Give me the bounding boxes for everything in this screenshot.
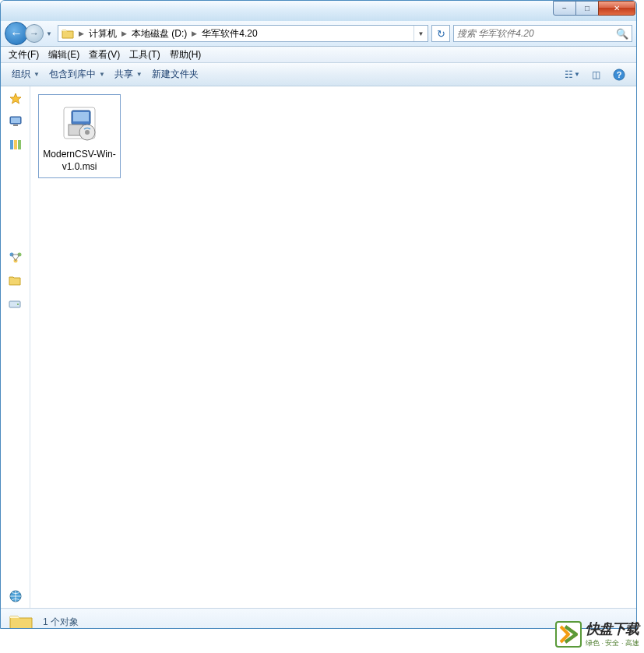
installer-icon	[56, 100, 103, 146]
breadcrumb-computer[interactable]: 计算机	[86, 26, 120, 41]
titlebar: − □ ✕	[1, 1, 636, 21]
svg-rect-19	[73, 112, 89, 121]
menu-file[interactable]: 文件(F)	[4, 47, 44, 63]
address-bar[interactable]: ▶ 计算机 ▶ 本地磁盘 (D:) ▶ 华军软件4.20 ▼	[58, 25, 428, 42]
toolbar: 组织 ▼ 包含到库中 ▼ 共享 ▼ 新建文件夹 ☷▼ ◫ ?	[1, 63, 636, 86]
folder-icon	[60, 26, 76, 41]
share-button[interactable]: 共享 ▼	[110, 65, 147, 84]
chevron-down-icon: ▼	[136, 71, 143, 78]
share-label: 共享	[114, 68, 133, 81]
navbar: ← → ▼ ▶ 计算机 ▶ 本地磁盘 (D:) ▶ 华军软件4.20 ▼ ↻ 🔍	[1, 21, 636, 47]
breadcrumb-separator[interactable]: ▶	[120, 26, 128, 41]
address-dropdown[interactable]: ▼	[413, 26, 428, 41]
file-list-pane[interactable]: ModernCSV-Win-v1.0.msi	[30, 86, 636, 608]
watermark-title: 快盘下载	[586, 620, 639, 638]
minimize-button[interactable]: −	[553, 1, 576, 16]
menu-tools[interactable]: 工具(T)	[125, 47, 164, 63]
organize-label: 组织	[12, 68, 30, 81]
maximize-icon: □	[585, 4, 589, 12]
computer-icon[interactable]	[9, 116, 23, 128]
help-button[interactable]: ?	[608, 66, 630, 83]
view-icon: ☷	[565, 69, 573, 80]
chevron-down-icon: ▼	[33, 71, 40, 78]
close-icon: ✕	[614, 4, 620, 12]
status-bar: 1 个对象	[1, 608, 636, 629]
svg-point-15	[17, 304, 19, 305]
watermark-subtitle: 绿色 · 安全 · 高速	[586, 638, 639, 648]
svg-rect-6	[14, 140, 17, 149]
arrow-right-icon: →	[30, 28, 39, 39]
svg-line-13	[16, 255, 19, 261]
search-icon[interactable]: 🔍	[616, 28, 628, 40]
breadcrumb-drive[interactable]: 本地磁盘 (D:)	[128, 26, 190, 41]
svg-rect-4	[13, 125, 18, 126]
globe-icon[interactable]	[9, 589, 23, 602]
new-folder-button[interactable]: 新建文件夹	[147, 65, 203, 84]
explorer-window: − □ ✕ ← → ▼ ▶ 计算机 ▶ 本地磁盘 (D:) ▶ 华军软件4.20…	[0, 0, 637, 629]
status-count-label: 1 个对象	[43, 616, 79, 629]
navigation-pane	[1, 86, 30, 608]
minimize-icon: −	[562, 4, 567, 12]
help-icon: ?	[613, 68, 625, 81]
maximize-button[interactable]: □	[575, 1, 599, 16]
svg-rect-3	[11, 118, 20, 123]
menu-edit[interactable]: 编辑(E)	[44, 47, 84, 63]
watermark-text: 快盘下载 绿色 · 安全 · 高速	[586, 620, 639, 648]
preview-pane-button[interactable]: ◫	[585, 66, 607, 83]
breadcrumb-separator[interactable]: ▶	[190, 26, 199, 41]
folder-tree-icon[interactable]	[9, 275, 23, 287]
search-box[interactable]: 🔍	[453, 25, 632, 42]
watermark: 快盘下载 绿色 · 安全 · 高速	[554, 620, 639, 648]
menu-help[interactable]: 帮助(H)	[165, 47, 206, 63]
folder-icon	[9, 612, 33, 630]
svg-text:?: ?	[617, 70, 622, 79]
arrow-left-icon: ←	[10, 26, 23, 40]
view-mode-button[interactable]: ☷▼	[561, 66, 583, 83]
svg-rect-7	[18, 140, 21, 149]
menubar: 文件(F) 编辑(E) 查看(V) 工具(T) 帮助(H)	[1, 47, 636, 63]
chevron-down-icon: ▼	[574, 71, 580, 78]
svg-point-22	[85, 130, 90, 135]
file-name-label: ModernCSV-Win-v1.0.msi	[42, 149, 117, 173]
favorites-icon[interactable]	[9, 93, 23, 105]
chevron-down-icon: ▼	[99, 71, 105, 78]
close-button[interactable]: ✕	[598, 1, 635, 16]
watermark-logo-icon	[554, 620, 582, 648]
refresh-icon: ↻	[437, 28, 445, 40]
search-input[interactable]	[457, 28, 616, 39]
include-library-button[interactable]: 包含到库中 ▼	[44, 65, 110, 84]
svg-rect-5	[10, 140, 13, 149]
content-area: ModernCSV-Win-v1.0.msi	[1, 86, 636, 608]
include-label: 包含到库中	[49, 68, 96, 81]
nav-history-dropdown[interactable]: ▼	[44, 26, 55, 41]
menu-view[interactable]: 查看(V)	[84, 47, 125, 63]
breadcrumb-folder[interactable]: 华军软件4.20	[199, 26, 260, 41]
libraries-icon[interactable]	[9, 139, 23, 152]
breadcrumb-separator[interactable]: ▶	[77, 26, 86, 41]
new-folder-label: 新建文件夹	[152, 68, 199, 81]
preview-icon: ◫	[592, 69, 600, 80]
toolbar-right: ☷▼ ◫ ?	[561, 66, 630, 83]
drive-tree-icon[interactable]	[9, 298, 23, 311]
file-item[interactable]: ModernCSV-Win-v1.0.msi	[38, 94, 121, 178]
network-icon[interactable]	[9, 251, 23, 264]
svg-line-12	[12, 255, 16, 261]
nav-forward-button[interactable]: →	[25, 24, 44, 43]
organize-button[interactable]: 组织 ▼	[7, 65, 44, 84]
window-controls: − □ ✕	[554, 1, 635, 16]
refresh-button[interactable]: ↻	[431, 25, 450, 42]
